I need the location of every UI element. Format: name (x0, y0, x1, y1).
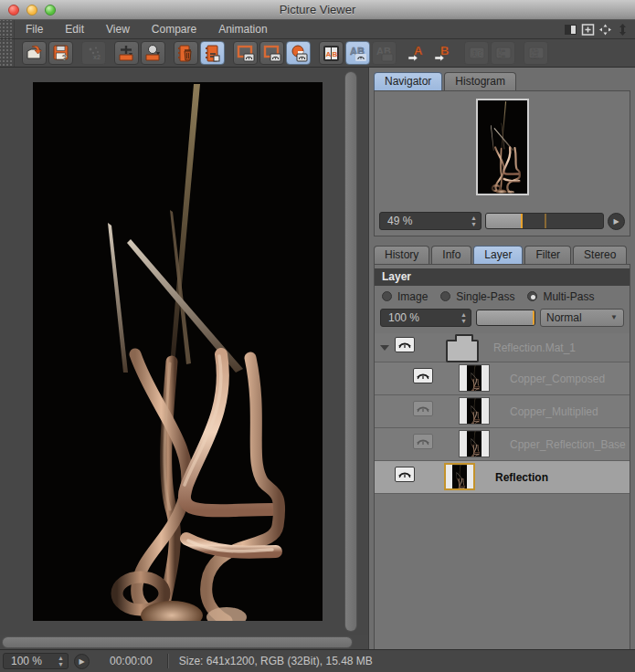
svg-text:1:1: 1:1 (531, 54, 539, 59)
layer-name[interactable]: Copper_Multiplied (510, 405, 598, 418)
set-as-a-button[interactable]: A (405, 41, 429, 65)
status-play-button[interactable]: ▶ (74, 654, 90, 669)
blend-mode-dropdown[interactable]: Normal ▼ (540, 309, 624, 327)
panel-tabs: History Info Layer Filter Stereo (369, 245, 635, 264)
svg-text:AD: AD (471, 49, 483, 58)
zoom-stepper[interactable]: ▲▼ (463, 215, 477, 227)
add-panel-icon[interactable] (581, 24, 595, 36)
render-settings-icon: x2 (86, 45, 102, 61)
filmstrip-icon (204, 45, 222, 62)
resize-vertical-icon[interactable] (616, 24, 630, 36)
layer-name[interactable]: Reflection.Mat_1 (493, 341, 576, 354)
expand-triangle-icon[interactable] (380, 345, 389, 351)
ab-disabled-icon: AB (376, 45, 394, 62)
menu-compare[interactable]: Compare (141, 20, 207, 38)
layer-thumbnail[interactable] (459, 364, 490, 392)
layer-row-reflection-selected[interactable]: Reflection (375, 461, 630, 494)
layer-name[interactable]: Copper_Composed (510, 373, 605, 385)
layer-row-copper-composed[interactable]: Copper_Composed (375, 362, 630, 395)
show-image-b-button[interactable] (259, 41, 284, 65)
layer-thumbnail-selected[interactable] (444, 463, 475, 490)
menu-edit[interactable]: Edit (54, 20, 95, 38)
import-animation-icon (118, 45, 136, 62)
show-image-a-button[interactable] (233, 41, 258, 65)
menu-view[interactable]: View (95, 20, 141, 38)
navigator-panel: 49 % ▲▼ ▶ (374, 90, 630, 236)
menu-animation[interactable]: Animation (207, 20, 278, 38)
layer-row-folder[interactable]: Reflection.Mat_1 (375, 333, 630, 362)
ab-split-button[interactable]: A B (319, 41, 344, 65)
chevron-down-icon: ▼ (610, 313, 618, 321)
navigator-zoom-field[interactable]: 49 % ▲▼ (379, 212, 482, 230)
tab-navigator[interactable]: Navigator (374, 72, 442, 90)
picture-viewer-window: Picture Viewer File Edit View Compare An… (0, 0, 635, 672)
navigator-thumbnail[interactable] (476, 99, 529, 195)
compare-ad-icon: AD (468, 45, 486, 61)
import-still-button[interactable] (141, 41, 165, 65)
opacity-stepper[interactable]: ▲▼ (453, 311, 467, 324)
menu-grip-handle[interactable] (0, 20, 15, 38)
delete-image-button[interactable] (174, 41, 198, 65)
set-as-b-button[interactable]: B (431, 41, 456, 65)
layer-tree: Reflection.Mat_1 Copper_Composed (375, 333, 630, 494)
navigator-zoom-slider[interactable] (485, 213, 604, 229)
image-viewer-area[interactable] (0, 68, 368, 635)
rendered-image[interactable] (33, 82, 323, 621)
frame-a-eye-icon (237, 45, 255, 62)
compare-grid-button[interactable]: A= B= (491, 41, 515, 65)
visibility-eye-icon[interactable] (395, 337, 415, 352)
toolbar-grip-handle[interactable] (0, 39, 15, 67)
navigator-zoom-value: 49 % (387, 215, 412, 227)
save-image-button[interactable]: ? (48, 41, 73, 65)
layer-opacity-slider[interactable] (476, 310, 535, 326)
ab-disabled-button[interactable]: AB (372, 41, 397, 65)
rgb-eye-icon (290, 45, 308, 62)
layer-name[interactable]: Cpper_Reflection_Base (510, 438, 626, 451)
layer-row-copper-multiplied[interactable]: Copper_Multiplied (375, 395, 630, 428)
layer-row-cpper-reflection-base[interactable]: Cpper_Reflection_Base (375, 428, 630, 461)
import-animation-button[interactable] (114, 41, 139, 65)
tab-history[interactable]: History (374, 246, 429, 264)
tab-histogram[interactable]: Histogram (444, 72, 516, 90)
visibility-eye-icon[interactable] (395, 467, 415, 482)
split-view-icon[interactable] (564, 24, 577, 36)
render-settings-button[interactable]: x2 (81, 41, 106, 65)
compare-ad-button[interactable]: AD (464, 41, 489, 65)
compare-seq-button[interactable]: AB 1:1 (524, 41, 548, 65)
radio-single-pass[interactable] (440, 291, 450, 301)
status-zoom-stepper[interactable]: ▲▼ (50, 655, 64, 667)
visibility-eye-icon-off[interactable] (413, 401, 433, 416)
vertical-scrollbar-thumb[interactable] (345, 72, 356, 631)
move-icon[interactable] (598, 24, 612, 36)
show-filmstrip-button[interactable] (200, 41, 225, 65)
status-divider (167, 654, 168, 668)
tab-info[interactable]: Info (431, 246, 471, 264)
vertical-scrollbar[interactable] (344, 71, 357, 632)
layer-name[interactable]: Reflection (495, 471, 548, 484)
svg-text:B: B (333, 50, 338, 58)
visibility-eye-icon[interactable] (413, 368, 433, 383)
tab-layer[interactable]: Layer (473, 246, 523, 264)
compare-grid-icon: A= B= (494, 45, 513, 61)
tab-filter[interactable]: Filter (524, 246, 571, 264)
status-zoom-field[interactable]: 100 % ▲▼ (3, 653, 69, 669)
navigator-play-button[interactable]: ▶ (608, 213, 625, 230)
open-image-icon (26, 45, 44, 61)
visibility-eye-icon-off[interactable] (413, 434, 433, 449)
radio-image[interactable] (382, 291, 392, 301)
tab-stereo[interactable]: Stereo (573, 246, 627, 264)
image-info-text: Size: 641x1200, RGB (32Bit), 15.48 MB (179, 655, 373, 667)
layer-thumbnail[interactable] (459, 397, 490, 425)
layer-thumbnail[interactable] (459, 430, 490, 457)
menu-file[interactable]: File (15, 20, 54, 38)
open-image-button[interactable] (22, 41, 47, 65)
ab-split-icon: A B (323, 45, 340, 62)
horizontal-scrollbar-thumb[interactable] (3, 637, 352, 647)
ab-compare-button[interactable]: AB (345, 41, 370, 65)
toolbar: ? x2 (0, 39, 635, 68)
menu-bar: File Edit View Compare Animation (0, 20, 635, 39)
show-channels-button[interactable] (286, 41, 311, 65)
radio-multi-pass[interactable] (527, 291, 537, 301)
layer-opacity-field[interactable]: 100 % ▲▼ (380, 309, 471, 327)
horizontal-scrollbar[interactable] (2, 636, 353, 648)
